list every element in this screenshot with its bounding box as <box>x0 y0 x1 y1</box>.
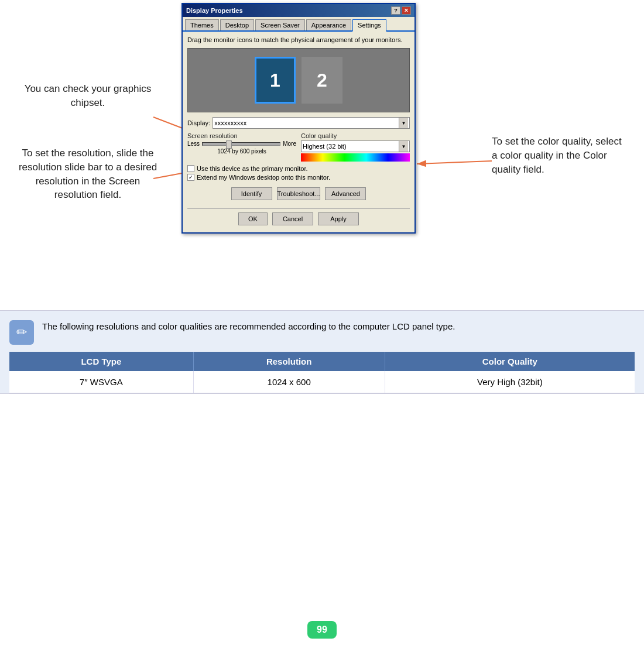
color-quality-combo[interactable]: Highest (32 bit) ▼ <box>301 140 410 152</box>
resolution-slider[interactable] <box>202 142 280 146</box>
annotation-resolution: To set the resolution, slide the resolut… <box>18 146 158 202</box>
dialog-content: Drag the monitor icons to match the phys… <box>183 32 415 208</box>
annotation-graphics-chipset: You can check your graphics chipset. <box>18 82 158 110</box>
monitor-num-1: 1 <box>270 70 280 91</box>
note-icon-wrap: ✏ <box>9 320 34 345</box>
cell-resolution: 1024 x 600 <box>193 371 385 393</box>
display-value: xxxxxxxxxx <box>214 119 246 126</box>
advanced-button[interactable]: Advanced <box>325 187 366 200</box>
slider-row: Less More <box>187 140 296 147</box>
annotation-chipset-text: You can check your graphics chipset. <box>18 82 158 110</box>
ok-button[interactable]: OK <box>238 212 268 225</box>
display-label: Display: <box>187 119 210 126</box>
tab-settings[interactable]: Settings <box>352 19 386 32</box>
col-color-quality: Color Quality <box>385 352 635 371</box>
checkbox-primary-label: Use this device as the primary monitor. <box>197 165 308 172</box>
apply-button[interactable]: Apply <box>318 212 359 225</box>
color-quality-value: Highest (32 bit) <box>303 143 347 150</box>
tab-themes[interactable]: Themes <box>185 19 219 30</box>
pencil-icon: ✏ <box>16 325 27 340</box>
close-button[interactable]: ✕ <box>402 6 411 15</box>
table-body: 7″ WSVGA 1024 x 600 Very High (32bit) <box>9 371 635 393</box>
color-bar <box>301 153 410 162</box>
page-number: 99 <box>307 621 337 639</box>
display-row: Display: xxxxxxxxxx ▼ <box>187 117 410 129</box>
color-quality-label: Color quality <box>301 132 410 139</box>
table-row: 7″ WSVGA 1024 x 600 Very High (32bit) <box>9 371 635 393</box>
dialog-titlebar: Display Properties ? ✕ <box>183 4 415 17</box>
identify-button[interactable]: Identify <box>231 187 272 200</box>
monitor-num-2: 2 <box>317 70 327 91</box>
note-section: ✏ The following resolutions and color qu… <box>0 310 644 394</box>
display-properties-dialog: Display Properties ? ✕ Themes Desktop Sc… <box>181 3 416 234</box>
tab-desktop[interactable]: Desktop <box>220 19 254 30</box>
col-lcd-type: LCD Type <box>9 352 193 371</box>
table-header-row: LCD Type Resolution Color Quality <box>9 352 635 371</box>
slider-more-label: More <box>283 140 296 147</box>
dialog-ok-cancel-buttons: OK Cancel Apply <box>187 208 410 229</box>
annotation-color-quality: To set the color quality, select a color… <box>492 135 626 176</box>
slider-thumb <box>226 140 232 149</box>
dialog-instruction: Drag the monitor icons to match the phys… <box>187 36 410 43</box>
tab-appearance[interactable]: Appearance <box>306 19 351 30</box>
cancel-button[interactable]: Cancel <box>272 212 313 225</box>
dialog-tabs: Themes Desktop Screen Saver Appearance S… <box>183 17 415 32</box>
col-resolution: Resolution <box>193 352 385 371</box>
slider-less-label: Less <box>187 140 200 147</box>
display-combo[interactable]: xxxxxxxxxx ▼ <box>213 117 410 129</box>
dialog-action-buttons: Identify Troubleshoot... Advanced <box>187 183 410 204</box>
resolution-value: 1024 by 600 pixels <box>187 148 296 155</box>
checkbox-extend-desktop[interactable]: ✓ Extend my Windows desktop onto this mo… <box>187 174 410 181</box>
svg-line-2 <box>417 161 492 164</box>
checkbox-primary-icon <box>187 165 194 172</box>
dialog-title: Display Properties <box>186 7 243 14</box>
annotation-resolution-text: To set the resolution, slide the resolut… <box>18 146 158 202</box>
cell-color-quality: Very High (32bit) <box>385 371 635 393</box>
table-header: LCD Type Resolution Color Quality <box>9 352 635 371</box>
checkbox-primary-monitor[interactable]: Use this device as the primary monitor. <box>187 165 410 172</box>
color-quality-combo-arrow: ▼ <box>399 141 408 152</box>
screen-resolution-col: Screen resolution Less More 1024 by 600 … <box>187 132 296 162</box>
troubleshoot-button[interactable]: Troubleshoot... <box>277 187 321 200</box>
note-text: The following resolutions and color qual… <box>42 320 455 334</box>
help-button[interactable]: ? <box>391 6 400 15</box>
screen-resolution-label: Screen resolution <box>187 132 296 139</box>
tab-screen-saver[interactable]: Screen Saver <box>255 19 305 30</box>
titlebar-buttons: ? ✕ <box>391 6 411 15</box>
note-inner: ✏ The following resolutions and color qu… <box>9 320 635 345</box>
color-quality-col: Color quality Highest (32 bit) ▼ <box>301 132 410 162</box>
annotation-color-quality-text: To set the color quality, select a color… <box>492 135 626 176</box>
display-combo-arrow: ▼ <box>399 118 408 128</box>
monitor-icon-1: 1 <box>255 57 296 104</box>
checkbox-extend-label: Extend my Windows desktop onto this moni… <box>197 174 330 181</box>
cell-lcd-type: 7″ WSVGA <box>9 371 193 393</box>
settings-row: Screen resolution Less More 1024 by 600 … <box>187 132 410 162</box>
top-section: You can check your graphics chipset. To … <box>0 0 644 304</box>
monitor-preview-area: 1 2 <box>187 48 410 112</box>
checkbox-extend-icon: ✓ <box>187 174 194 181</box>
monitor-icon-2: 2 <box>302 57 342 104</box>
info-table: LCD Type Resolution Color Quality 7″ WSV… <box>9 352 635 393</box>
